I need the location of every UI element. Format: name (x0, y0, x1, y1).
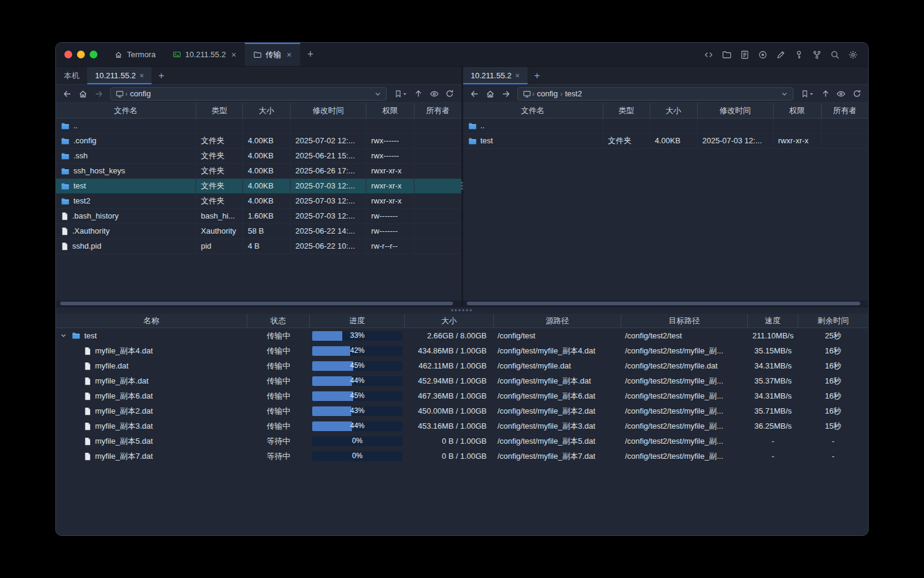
file-row-test2[interactable]: test2文件夹4.00KB2025-07-03 12:...rwxr-xr-x (56, 194, 461, 209)
scrollbar-thumb[interactable] (60, 302, 453, 305)
column-header-类型[interactable]: 类型 (603, 103, 650, 118)
breadcrumb-item-config[interactable]: config (537, 89, 558, 98)
progress-bar: 44% (312, 421, 402, 431)
transfer-row-myfile-副本3.dat[interactable]: myfile_副本3.dat传输中44%453.16MB / 1.00GB/co… (56, 418, 868, 434)
right-path-breadcrumb[interactable]: ›config›test2 (517, 87, 794, 101)
record-icon[interactable] (757, 49, 768, 60)
chevron-down-icon[interactable] (373, 87, 383, 101)
file-modified: 2025-07-03 12:... (291, 209, 366, 224)
progress-label: 45% (312, 391, 402, 401)
breadcrumb-item-test2[interactable]: test2 (565, 89, 582, 98)
file-row-.config[interactable]: .config文件夹4.00KB2025-07-02 12:...rwx----… (56, 134, 461, 149)
panel-tab-10.211.55.2[interactable]: 10.211.55.2× (87, 67, 152, 84)
key-icon[interactable] (793, 49, 804, 60)
transfer-row-test[interactable]: test传输中33%2.66GB / 8.00GB/config/test/co… (56, 328, 868, 343)
column-header-大小[interactable]: 大小 (650, 103, 698, 118)
transfer-row-myfile-副本6.dat[interactable]: myfile_副本6.dat传输中45%467.36MB / 1.00GB/co… (56, 388, 868, 403)
panel-tab-10.211.55.2[interactable]: 10.211.55.2× (463, 67, 528, 84)
close-icon[interactable]: × (231, 50, 236, 60)
file-row-test[interactable]: test文件夹4.00KB2025-07-03 12:...rwxr-xr-x (463, 134, 869, 149)
chevron-down-icon[interactable] (58, 331, 68, 341)
file-row-..[interactable]: .. (56, 119, 461, 134)
forward-icon[interactable] (499, 87, 513, 101)
transfer-column-header-进度[interactable]: 进度 (310, 314, 405, 328)
home-icon[interactable] (76, 87, 90, 101)
transfer-row-myfile-副本4.dat[interactable]: myfile_副本4.dat传输中42%434.86MB / 1.00GB/co… (56, 343, 868, 358)
minimize-window-button[interactable] (77, 51, 85, 58)
column-header-修改时间[interactable]: 修改时间 (291, 103, 366, 118)
eye-icon[interactable] (428, 87, 441, 101)
back-icon[interactable] (468, 87, 481, 101)
branch-icon[interactable] (812, 49, 822, 60)
upload-icon[interactable] (819, 87, 832, 101)
scrollbar-thumb[interactable] (467, 302, 860, 305)
close-window-button[interactable] (64, 51, 72, 58)
column-header-所有者[interactable]: 所有者 (414, 103, 461, 118)
refresh-icon[interactable] (443, 87, 457, 101)
file-row-ssh-host-keys[interactable]: ssh_host_keys文件夹4.00KB2025-06-26 17:...r… (56, 164, 461, 179)
transfer-row-myfile-副本2.dat[interactable]: myfile_副本2.dat传输中43%450.00MB / 1.00GB/co… (56, 403, 868, 418)
traffic-lights (56, 43, 106, 66)
file-size: 58 B (243, 224, 291, 239)
chevron-down-icon[interactable] (780, 87, 789, 101)
folder-icon[interactable] (721, 49, 732, 60)
column-header-权限[interactable]: 权限 (774, 103, 822, 118)
close-icon[interactable]: × (515, 71, 520, 80)
upload-icon[interactable] (412, 87, 425, 101)
transfer-status: 等待中 (247, 449, 310, 464)
tab-label: 10.211.55.2 (95, 71, 136, 80)
window-tab-传输[interactable]: 传输× (245, 43, 300, 66)
transfer-column-header-速度[interactable]: 速度 (748, 314, 798, 328)
search-icon[interactable] (830, 49, 840, 60)
file-row-..[interactable]: .. (463, 119, 869, 134)
transfer-column-header-剩余时间[interactable]: 剩余时间 (798, 314, 868, 328)
home-icon[interactable] (484, 87, 497, 101)
column-header-文件名[interactable]: 文件名 (463, 103, 603, 118)
column-header-大小[interactable]: 大小 (243, 103, 291, 118)
file-row-sshd.pid[interactable]: sshd.pidpid4 B2025-06-22 10:...rw-r--r-- (56, 239, 461, 254)
column-header-文件名[interactable]: 文件名 (56, 103, 196, 118)
back-icon[interactable] (61, 87, 74, 101)
edit-icon[interactable] (775, 49, 786, 60)
left-add-tab-button[interactable]: + (152, 67, 171, 84)
code-icon[interactable] (703, 49, 714, 60)
panel-tab-本机[interactable]: 本机 (56, 67, 87, 84)
column-header-权限[interactable]: 权限 (366, 103, 414, 118)
zoom-window-button[interactable] (90, 51, 97, 58)
close-icon[interactable]: × (287, 50, 292, 60)
transfer-row-myfile.dat[interactable]: myfile.dat传输中45%462.11MB / 1.00GB/config… (56, 358, 868, 373)
settings-icon[interactable] (848, 49, 858, 60)
transfer-row-myfile-副本7.dat[interactable]: myfile_副本7.dat等待中0%0 B / 1.00GB/config/t… (56, 449, 868, 464)
bookmark-icon[interactable] (798, 87, 816, 101)
left-horizontal-scrollbar[interactable] (56, 300, 461, 306)
transfer-column-header-状态[interactable]: 状态 (247, 314, 310, 328)
new-window-tab-button[interactable]: + (300, 43, 321, 66)
transfer-row-myfile-副本5.dat[interactable]: myfile_副本5.dat等待中0%0 B / 1.00GB/config/t… (56, 434, 868, 449)
transfer-column-header-源路径[interactable]: 源路径 (494, 314, 621, 328)
refresh-icon[interactable] (850, 87, 863, 101)
column-header-所有者[interactable]: 所有者 (822, 103, 869, 118)
eye-icon[interactable] (834, 87, 848, 101)
forward-icon[interactable] (92, 87, 105, 101)
column-header-修改时间[interactable]: 修改时间 (698, 103, 774, 118)
transfer-row-myfile-副本.dat[interactable]: myfile_副本.dat传输中44%452.94MB / 1.00GB/con… (56, 373, 868, 388)
file-row-.ssh[interactable]: .ssh文件夹4.00KB2025-06-21 15:...rwx------ (56, 149, 461, 164)
transfer-column-header-目标路径[interactable]: 目标路径 (621, 314, 748, 328)
file-row-.bash-history[interactable]: .bash_historybash_hi...1.60KB2025-07-03 … (56, 209, 461, 224)
transfer-column-header-大小[interactable]: 大小 (405, 314, 494, 328)
transfer-splitter[interactable]: •••••• (56, 306, 868, 314)
window-tab-10.211.55.2[interactable]: 10.211.55.2× (164, 43, 245, 66)
log-icon[interactable] (739, 49, 750, 60)
column-header-类型[interactable]: 类型 (196, 103, 243, 118)
right-horizontal-scrollbar[interactable] (463, 300, 869, 306)
left-path-breadcrumb[interactable]: ›config (110, 87, 387, 101)
window-tab-Termora[interactable]: Termora (106, 43, 164, 66)
transfer-column-header-名称[interactable]: 名称 (56, 314, 247, 328)
panel-splitter[interactable]: ••• (461, 67, 463, 306)
bookmark-icon[interactable] (392, 87, 410, 101)
file-row-test[interactable]: test文件夹4.00KB2025-07-03 12:...rwxr-xr-x (56, 179, 461, 194)
close-icon[interactable]: × (140, 71, 144, 80)
file-row-.Xauthority[interactable]: .XauthorityXauthority58 B2025-06-22 14:.… (56, 224, 461, 239)
right-add-tab-button[interactable]: + (528, 67, 547, 84)
breadcrumb-item-config[interactable]: config (130, 89, 151, 98)
